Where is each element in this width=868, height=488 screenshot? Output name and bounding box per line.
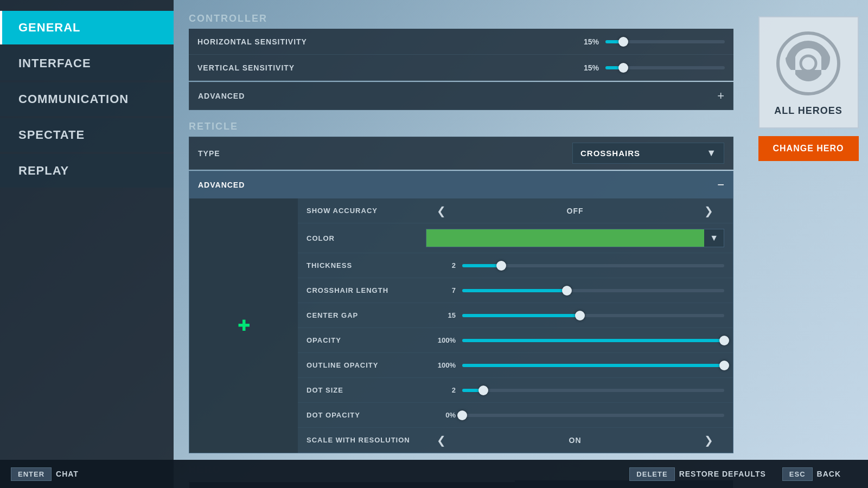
- horiz-sensitivity-row: HORIZONTAL SENSITIVITY 15%: [189, 29, 733, 55]
- type-row: TYPE CROSSHAIRS ▼: [189, 137, 733, 170]
- controller-advanced-label: ADVANCED: [198, 92, 717, 100]
- opacity-row: OPACITY 100%: [298, 328, 733, 353]
- type-dropdown-value: CROSSHAIRS: [580, 149, 706, 158]
- center-gap-label: CENTER GAP: [307, 311, 426, 319]
- vert-sensitivity-label: VERTICAL SENSITIVITY: [197, 63, 572, 72]
- scale-resolution-label: SCALE WITH RESOLUTION: [307, 436, 426, 444]
- reticle-advanced-collapse-icon[interactable]: −: [717, 178, 724, 192]
- delete-key: DELETE: [629, 467, 674, 481]
- dot-opacity-value: 0%: [426, 411, 456, 419]
- color-label: COLOR: [307, 234, 426, 242]
- dot-size-slider-container[interactable]: [462, 389, 724, 392]
- controller-advanced-expand-icon[interactable]: +: [717, 89, 724, 103]
- reticle-section: RETICLE TYPE CROSSHAIRS ▼ ADVANCED −: [189, 121, 733, 453]
- hero-card: ALL HEROES: [758, 16, 859, 129]
- horiz-sensitivity-value: 15%: [572, 37, 599, 46]
- reticle-advanced-label: ADVANCED: [198, 181, 717, 189]
- thickness-label: THICKNESS: [307, 261, 426, 269]
- horiz-sensitivity-slider[interactable]: [605, 40, 725, 43]
- vert-sensitivity-slider[interactable]: [605, 66, 725, 69]
- crosshair-length-label: CROSSHAIR LENGTH: [307, 286, 426, 294]
- color-control[interactable]: ▼: [426, 229, 724, 247]
- dot-opacity-label: DOT OPACITY: [307, 411, 426, 419]
- scale-resolution-left-arrow-icon[interactable]: ❮: [426, 434, 457, 447]
- right-panel: ALL HEROES CHANGE HERO: [749, 0, 868, 488]
- enter-key: ENTER: [11, 467, 52, 481]
- esc-key: ESC: [782, 467, 813, 481]
- controller-section: CONTROLLER HORIZONTAL SENSITIVITY 15% VE…: [189, 13, 733, 110]
- show-accuracy-row: SHOW ACCURACY ❮ OFF ❯: [298, 198, 733, 223]
- dot-size-row: DOT SIZE 2: [298, 378, 733, 403]
- svg-point-1: [801, 56, 816, 71]
- reticle-title: RETICLE: [189, 121, 733, 132]
- chat-action: CHAT: [56, 470, 79, 478]
- reticle-advanced-expanded: ADVANCED − ✚ SHOW ACCURACY ❮: [189, 171, 733, 453]
- color-dropdown-arrow-icon[interactable]: ▼: [704, 229, 724, 247]
- outline-opacity-value: 100%: [426, 361, 456, 369]
- horiz-sensitivity-label: HORIZONTAL SENSITIVITY: [197, 37, 572, 46]
- restore-defaults-action[interactable]: RESTORE DEFAULTS: [679, 470, 766, 478]
- sidebar: GENERAL INTERFACE COMMUNICATION SPECTATE…: [0, 0, 174, 488]
- sidebar-item-communication[interactable]: COMMUNICATION: [0, 82, 174, 116]
- crosshair-length-row: CROSSHAIR LENGTH 7: [298, 278, 733, 303]
- show-accuracy-value: OFF: [457, 207, 693, 215]
- dot-size-label: DOT SIZE: [307, 386, 426, 394]
- opacity-slider-container[interactable]: [462, 339, 724, 342]
- crosshair-length-value: 7: [426, 286, 456, 294]
- thickness-value: 2: [426, 261, 456, 269]
- controller-title: CONTROLLER: [189, 13, 733, 24]
- type-dropdown[interactable]: CROSSHAIRS ▼: [572, 143, 724, 164]
- center-gap-value: 15: [426, 311, 456, 319]
- center-panel: CONTROLLER HORIZONTAL SENSITIVITY 15% VE…: [174, 0, 749, 488]
- hero-name: ALL HEROES: [774, 105, 843, 117]
- color-row: COLOR ▼: [298, 223, 733, 253]
- scale-resolution-row: SCALE WITH RESOLUTION ❮ ON ❯: [298, 428, 733, 453]
- crosshair-symbol: ✚: [238, 318, 250, 333]
- outline-opacity-slider-container[interactable]: [462, 364, 724, 367]
- crosshair-length-slider-container[interactable]: [462, 289, 724, 292]
- sidebar-item-spectate[interactable]: SPECTATE: [0, 118, 174, 152]
- advanced-content: ✚ SHOW ACCURACY ❮ OFF ❯: [189, 198, 733, 453]
- scale-resolution-right-arrow-icon[interactable]: ❯: [693, 434, 724, 447]
- hero-logo: [773, 28, 844, 99]
- vert-sensitivity-row: VERTICAL SENSITIVITY 15%: [189, 55, 733, 81]
- dot-opacity-row: DOT OPACITY 0%: [298, 403, 733, 428]
- adv-settings: SHOW ACCURACY ❮ OFF ❯ COLOR: [298, 198, 733, 453]
- color-swatch[interactable]: ▼: [426, 229, 724, 247]
- opacity-label: OPACITY: [307, 336, 426, 344]
- overwatch-logo-icon: [776, 31, 841, 96]
- center-gap-row: CENTER GAP 15: [298, 303, 733, 328]
- show-accuracy-left-arrow-icon[interactable]: ❮: [426, 204, 457, 217]
- bottom-bar: ENTER CHAT DELETE RESTORE DEFAULTS ESC B…: [0, 460, 868, 488]
- dot-opacity-slider-container[interactable]: [462, 414, 724, 417]
- thickness-row: THICKNESS 2: [298, 253, 733, 278]
- controller-advanced-row[interactable]: ADVANCED +: [189, 82, 733, 110]
- outline-opacity-row: OUTLINE OPACITY 100%: [298, 353, 733, 378]
- type-label: TYPE: [198, 149, 572, 158]
- sidebar-item-replay[interactable]: REPLAY: [0, 154, 174, 188]
- show-accuracy-label: SHOW ACCURACY: [307, 207, 426, 215]
- crosshair-preview: ✚: [189, 198, 298, 453]
- scale-resolution-control[interactable]: ❮ ON ❯: [426, 434, 724, 447]
- center-gap-slider-container[interactable]: [462, 314, 724, 317]
- opacity-value: 100%: [426, 336, 456, 344]
- dot-size-value: 2: [426, 386, 456, 394]
- show-accuracy-right-arrow-icon[interactable]: ❯: [693, 204, 724, 217]
- sidebar-item-general[interactable]: GENERAL: [0, 11, 174, 44]
- type-dropdown-arrow-icon: ▼: [706, 147, 716, 159]
- show-accuracy-control[interactable]: ❮ OFF ❯: [426, 204, 724, 217]
- scale-resolution-value: ON: [457, 436, 693, 445]
- sidebar-item-interface[interactable]: INTERFACE: [0, 47, 174, 80]
- thickness-slider-container[interactable]: [462, 264, 724, 267]
- reticle-advanced-header[interactable]: ADVANCED −: [189, 171, 733, 198]
- back-action[interactable]: BACK: [817, 470, 841, 478]
- color-fill: [426, 229, 704, 247]
- main-area: CONTROLLER HORIZONTAL SENSITIVITY 15% VE…: [174, 0, 868, 488]
- vert-sensitivity-value: 15%: [572, 63, 599, 72]
- change-hero-button[interactable]: CHANGE HERO: [758, 136, 859, 161]
- outline-opacity-label: OUTLINE OPACITY: [307, 361, 426, 369]
